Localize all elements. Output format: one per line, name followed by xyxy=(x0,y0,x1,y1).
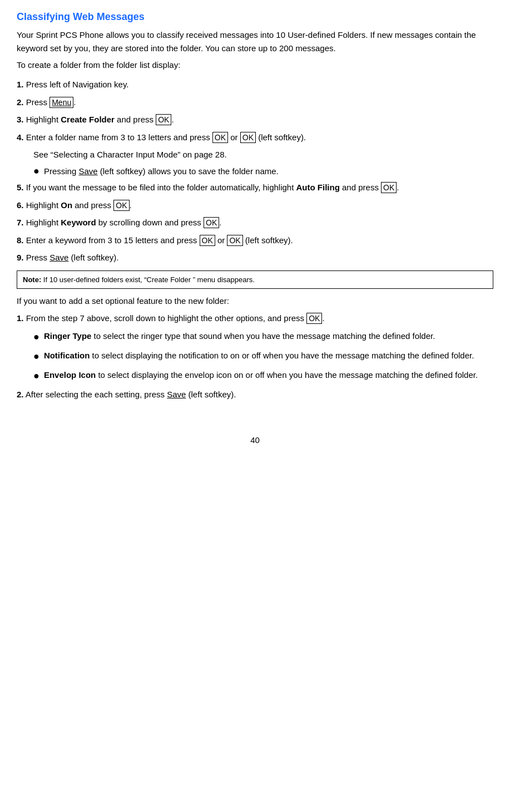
step-8-text: Enter a keyword from 3 to 15 letters and… xyxy=(26,235,293,245)
bullet-dot-envelop: ● xyxy=(33,369,39,383)
step-5-text: If you want the message to be filed into… xyxy=(26,183,399,192)
page-number: 40 xyxy=(17,435,493,445)
bullet-notification-text: Notification to select displaying the no… xyxy=(44,348,493,363)
step-7-number: 7. xyxy=(17,218,24,227)
opt-step-2-text: After selecting the each setting, press … xyxy=(26,390,236,399)
ok-kbd-5: OK xyxy=(381,182,397,193)
bullet-save-text: Pressing Save (left softkey) allows you … xyxy=(44,164,493,179)
keyword-label: Keyword xyxy=(61,218,96,227)
step-7-text: Highlight Keyword by scrolling down and … xyxy=(26,218,222,227)
page-title: Classifying Web Messages xyxy=(17,11,493,23)
step-2-number: 2. xyxy=(17,97,24,107)
opt-step-1: 1. From the step 7 above, scroll down to… xyxy=(17,311,493,326)
step-9: 9. Press Save (left softkey). xyxy=(17,250,493,265)
step-2-text: Press Menu. xyxy=(26,97,76,107)
opt-step-1-text: From the step 7 above, scroll down to hi… xyxy=(26,313,325,323)
step-3-text: Highlight Create Folder and press OK. xyxy=(26,115,174,124)
note-box: Note: If 10 user-defined folders exist, … xyxy=(17,270,493,289)
step-4-text: Enter a folder name from 3 to 13 letters… xyxy=(26,132,306,142)
step-4-number: 4. xyxy=(17,132,24,142)
ok-kbd-opt1: OK xyxy=(306,313,322,324)
intro-paragraph-2: To create a folder from the folder list … xyxy=(17,58,493,72)
create-folder-label: Create Folder xyxy=(61,115,115,124)
menu-kbd: Menu xyxy=(49,97,73,108)
save-underline-opt2: Save xyxy=(167,390,186,399)
step-3-number: 3. xyxy=(17,115,24,124)
step-2: 2. Press Menu. xyxy=(17,95,493,110)
notification-label: Notification xyxy=(44,351,90,360)
ok-kbd-4b: OK xyxy=(240,132,256,143)
step-1: 1. Press left of Navigation key. xyxy=(17,77,493,92)
bullet-dot-ringer: ● xyxy=(33,330,39,344)
bullet-ringer-text: Ringer Type to select the ringer type th… xyxy=(44,329,493,343)
step-5: 5. If you want the message to be filed i… xyxy=(17,180,493,195)
bullet-envelop-text: Envelop Icon to select displaying the en… xyxy=(44,368,493,382)
opt-step-2-number: 2. xyxy=(17,390,24,399)
ok-kbd-3: OK xyxy=(156,114,171,125)
step-8-number: 8. xyxy=(17,235,24,245)
step-9-text: Press Save (left softkey). xyxy=(26,253,119,262)
step-1-text: Press left of Navigation key. xyxy=(26,80,129,89)
step-1-number: 1. xyxy=(17,80,24,89)
save-underline-9: Save xyxy=(49,253,68,262)
bullet-envelop: ● Envelop Icon to select displaying the … xyxy=(33,368,493,383)
note-label: Note: xyxy=(23,275,41,284)
bullet-ringer: ● Ringer Type to select the ringer type … xyxy=(33,329,493,344)
ok-kbd-8b: OK xyxy=(227,235,242,246)
ok-kbd-4a: OK xyxy=(212,132,228,143)
auto-filing-label: Auto Filing xyxy=(296,183,340,192)
ok-kbd-7: OK xyxy=(204,217,219,228)
step-6-number: 6. xyxy=(17,200,24,210)
note-text: If 10 user-defined folders exist, “Creat… xyxy=(43,275,255,284)
bullet-save: ● Pressing Save (left softkey) allows yo… xyxy=(33,164,493,179)
step-6: 6. Highlight On and press OK. xyxy=(17,198,493,213)
step-3: 3. Highlight Create Folder and press OK. xyxy=(17,112,493,127)
bullet-notification: ● Notification to select displaying the … xyxy=(33,348,493,363)
bullet-dot-notification: ● xyxy=(33,350,39,363)
envelop-icon-label: Envelop Icon xyxy=(44,370,96,380)
ok-kbd-8a: OK xyxy=(200,235,215,246)
optional-intro: If you want to add a set optional featur… xyxy=(17,294,493,308)
intro-paragraph-1: Your Sprint PCS Phone allows you to clas… xyxy=(17,28,493,55)
opt-step-1-number: 1. xyxy=(17,313,24,323)
bullet-dot-1: ● xyxy=(33,164,39,178)
see-note: See “Selecting a Character Input Mode” o… xyxy=(33,147,493,162)
step-8: 8. Enter a keyword from 3 to 15 letters … xyxy=(17,233,493,248)
ok-kbd-6: OK xyxy=(113,200,129,211)
step-7: 7. Highlight Keyword by scrolling down a… xyxy=(17,215,493,230)
step-9-number: 9. xyxy=(17,253,24,262)
opt-step-2: 2. After selecting the each setting, pre… xyxy=(17,387,493,402)
step-6-text: Highlight On and press OK. xyxy=(26,200,132,210)
ringer-type-label: Ringer Type xyxy=(44,331,92,341)
save-underline-1: Save xyxy=(78,166,97,176)
step-5-number: 5. xyxy=(17,183,24,192)
on-label: On xyxy=(61,200,72,210)
step-4: 4. Enter a folder name from 3 to 13 lett… xyxy=(17,130,493,145)
